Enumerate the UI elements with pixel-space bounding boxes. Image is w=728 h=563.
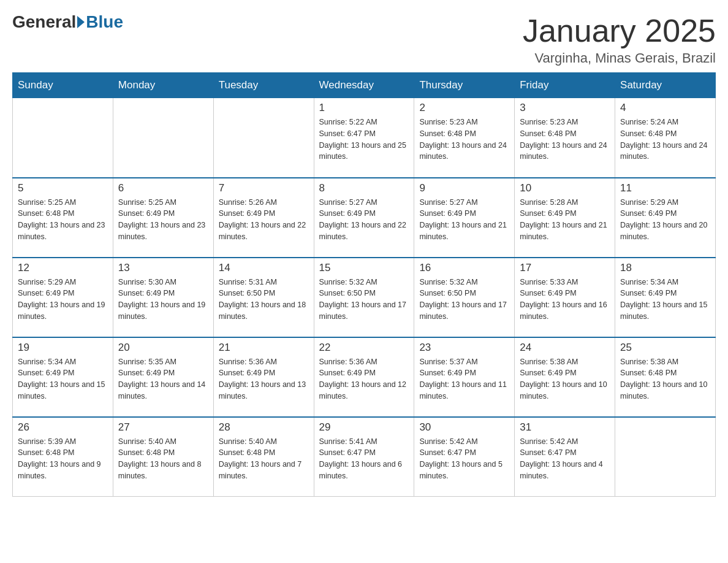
calendar-header-tuesday: Tuesday xyxy=(213,73,314,98)
day-info: Sunrise: 5:42 AMSunset: 6:47 PMDaylight:… xyxy=(520,436,610,482)
day-info: Sunrise: 5:36 AMSunset: 6:49 PMDaylight:… xyxy=(319,356,409,402)
day-info: Sunrise: 5:35 AMSunset: 6:49 PMDaylight:… xyxy=(118,356,208,402)
day-info: Sunrise: 5:39 AMSunset: 6:48 PMDaylight:… xyxy=(18,436,108,482)
calendar-cell: 12Sunrise: 5:29 AMSunset: 6:49 PMDayligh… xyxy=(13,258,113,337)
calendar-header-saturday: Saturday xyxy=(615,73,716,98)
day-number: 3 xyxy=(520,102,610,114)
calendar-cell: 19Sunrise: 5:34 AMSunset: 6:49 PMDayligh… xyxy=(13,337,113,417)
calendar-cell: 2Sunrise: 5:23 AMSunset: 6:48 PMDaylight… xyxy=(414,98,515,178)
calendar-cell: 20Sunrise: 5:35 AMSunset: 6:49 PMDayligh… xyxy=(113,337,213,417)
day-info: Sunrise: 5:28 AMSunset: 6:49 PMDaylight:… xyxy=(520,197,610,243)
day-number: 26 xyxy=(18,421,108,434)
day-info: Sunrise: 5:25 AMSunset: 6:49 PMDaylight:… xyxy=(118,197,208,243)
day-number: 18 xyxy=(620,262,710,274)
day-number: 28 xyxy=(219,421,309,434)
calendar-cell: 3Sunrise: 5:23 AMSunset: 6:48 PMDaylight… xyxy=(515,98,615,178)
day-info: Sunrise: 5:29 AMSunset: 6:49 PMDaylight:… xyxy=(18,277,108,323)
day-info: Sunrise: 5:27 AMSunset: 6:49 PMDaylight:… xyxy=(419,197,509,243)
day-info: Sunrise: 5:41 AMSunset: 6:47 PMDaylight:… xyxy=(319,436,409,482)
month-title: January 2025 xyxy=(523,12,716,49)
title-section: January 2025 Varginha, Minas Gerais, Bra… xyxy=(523,12,716,66)
calendar-cell: 29Sunrise: 5:41 AMSunset: 6:47 PMDayligh… xyxy=(314,417,414,497)
day-info: Sunrise: 5:36 AMSunset: 6:49 PMDaylight:… xyxy=(219,356,309,402)
day-number: 17 xyxy=(520,262,610,274)
calendar-week-row: 5Sunrise: 5:25 AMSunset: 6:48 PMDaylight… xyxy=(13,178,716,258)
day-number: 19 xyxy=(18,342,108,354)
day-info: Sunrise: 5:23 AMSunset: 6:48 PMDaylight:… xyxy=(520,117,610,163)
day-info: Sunrise: 5:31 AMSunset: 6:50 PMDaylight:… xyxy=(219,277,309,323)
day-number: 22 xyxy=(319,342,409,354)
day-number: 27 xyxy=(118,421,208,434)
day-number: 25 xyxy=(620,342,710,354)
calendar-cell: 14Sunrise: 5:31 AMSunset: 6:50 PMDayligh… xyxy=(213,258,314,337)
day-number: 11 xyxy=(620,182,710,194)
day-number: 23 xyxy=(419,342,509,354)
calendar-cell xyxy=(113,98,213,178)
calendar-header-thursday: Thursday xyxy=(414,73,515,98)
day-number: 14 xyxy=(219,262,309,274)
calendar-header-monday: Monday xyxy=(113,73,213,98)
calendar-cell: 13Sunrise: 5:30 AMSunset: 6:49 PMDayligh… xyxy=(113,258,213,337)
day-info: Sunrise: 5:32 AMSunset: 6:50 PMDaylight:… xyxy=(419,277,509,323)
calendar-cell: 26Sunrise: 5:39 AMSunset: 6:48 PMDayligh… xyxy=(13,417,113,497)
day-number: 2 xyxy=(419,102,509,114)
day-number: 24 xyxy=(520,342,610,354)
day-number: 5 xyxy=(18,182,108,194)
day-number: 4 xyxy=(620,102,710,114)
day-info: Sunrise: 5:40 AMSunset: 6:48 PMDaylight:… xyxy=(118,436,208,482)
day-number: 6 xyxy=(118,182,208,194)
day-number: 9 xyxy=(419,182,509,194)
calendar-cell: 11Sunrise: 5:29 AMSunset: 6:49 PMDayligh… xyxy=(615,178,716,258)
day-info: Sunrise: 5:37 AMSunset: 6:49 PMDaylight:… xyxy=(419,356,509,402)
day-info: Sunrise: 5:29 AMSunset: 6:49 PMDaylight:… xyxy=(620,197,710,243)
day-info: Sunrise: 5:30 AMSunset: 6:49 PMDaylight:… xyxy=(118,277,208,323)
calendar-cell xyxy=(615,417,716,497)
calendar-cell: 28Sunrise: 5:40 AMSunset: 6:48 PMDayligh… xyxy=(213,417,314,497)
page-header: General Blue January 2025 Varginha, Mina… xyxy=(12,12,716,66)
calendar-header-row: SundayMondayTuesdayWednesdayThursdayFrid… xyxy=(13,73,716,98)
day-number: 10 xyxy=(520,182,610,194)
day-info: Sunrise: 5:32 AMSunset: 6:50 PMDaylight:… xyxy=(319,277,409,323)
location: Varginha, Minas Gerais, Brazil xyxy=(523,50,716,66)
calendar-cell: 30Sunrise: 5:42 AMSunset: 6:47 PMDayligh… xyxy=(414,417,515,497)
day-number: 13 xyxy=(118,262,208,274)
day-number: 20 xyxy=(118,342,208,354)
day-number: 7 xyxy=(219,182,309,194)
day-number: 30 xyxy=(419,421,509,434)
day-number: 31 xyxy=(520,421,610,434)
day-info: Sunrise: 5:23 AMSunset: 6:48 PMDaylight:… xyxy=(419,117,509,163)
day-number: 21 xyxy=(219,342,309,354)
calendar-header-sunday: Sunday xyxy=(13,73,113,98)
day-info: Sunrise: 5:42 AMSunset: 6:47 PMDaylight:… xyxy=(419,436,509,482)
logo-arrow-icon xyxy=(77,16,85,28)
day-number: 1 xyxy=(319,102,409,114)
day-info: Sunrise: 5:34 AMSunset: 6:49 PMDaylight:… xyxy=(18,356,108,402)
calendar-cell: 27Sunrise: 5:40 AMSunset: 6:48 PMDayligh… xyxy=(113,417,213,497)
day-info: Sunrise: 5:22 AMSunset: 6:47 PMDaylight:… xyxy=(319,117,409,163)
calendar-week-row: 19Sunrise: 5:34 AMSunset: 6:49 PMDayligh… xyxy=(13,337,716,417)
day-info: Sunrise: 5:34 AMSunset: 6:49 PMDaylight:… xyxy=(620,277,710,323)
calendar-table: SundayMondayTuesdayWednesdayThursdayFrid… xyxy=(12,72,716,497)
day-info: Sunrise: 5:24 AMSunset: 6:48 PMDaylight:… xyxy=(620,117,710,163)
calendar-week-row: 26Sunrise: 5:39 AMSunset: 6:48 PMDayligh… xyxy=(13,417,716,497)
calendar-cell: 9Sunrise: 5:27 AMSunset: 6:49 PMDaylight… xyxy=(414,178,515,258)
logo: General Blue xyxy=(12,12,123,32)
day-number: 15 xyxy=(319,262,409,274)
calendar-cell: 17Sunrise: 5:33 AMSunset: 6:49 PMDayligh… xyxy=(515,258,615,337)
logo-blue-text: Blue xyxy=(86,12,123,32)
calendar-cell: 21Sunrise: 5:36 AMSunset: 6:49 PMDayligh… xyxy=(213,337,314,417)
calendar-cell: 5Sunrise: 5:25 AMSunset: 6:48 PMDaylight… xyxy=(13,178,113,258)
calendar-cell: 22Sunrise: 5:36 AMSunset: 6:49 PMDayligh… xyxy=(314,337,414,417)
calendar-cell: 4Sunrise: 5:24 AMSunset: 6:48 PMDaylight… xyxy=(615,98,716,178)
day-info: Sunrise: 5:38 AMSunset: 6:48 PMDaylight:… xyxy=(620,356,710,402)
calendar-cell xyxy=(213,98,314,178)
calendar-week-row: 12Sunrise: 5:29 AMSunset: 6:49 PMDayligh… xyxy=(13,258,716,337)
calendar-cell: 18Sunrise: 5:34 AMSunset: 6:49 PMDayligh… xyxy=(615,258,716,337)
calendar-cell: 16Sunrise: 5:32 AMSunset: 6:50 PMDayligh… xyxy=(414,258,515,337)
calendar-week-row: 1Sunrise: 5:22 AMSunset: 6:47 PMDaylight… xyxy=(13,98,716,178)
calendar-cell: 31Sunrise: 5:42 AMSunset: 6:47 PMDayligh… xyxy=(515,417,615,497)
calendar-cell: 25Sunrise: 5:38 AMSunset: 6:48 PMDayligh… xyxy=(615,337,716,417)
day-number: 12 xyxy=(18,262,108,274)
calendar-cell xyxy=(13,98,113,178)
calendar-cell: 24Sunrise: 5:38 AMSunset: 6:49 PMDayligh… xyxy=(515,337,615,417)
